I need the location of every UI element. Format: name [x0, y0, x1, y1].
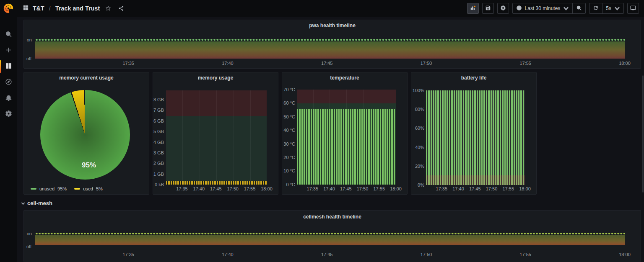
x-tick: 17:35: [436, 186, 448, 191]
legend-label: unused: [39, 186, 55, 191]
add-panel-button[interactable]: [467, 3, 479, 14]
sidebar-item-alerting[interactable]: [0, 90, 17, 106]
x-tick: 17:55: [519, 252, 531, 257]
clock-icon: [516, 5, 522, 12]
y-tick: 0 kB: [155, 182, 164, 187]
chevron-down-icon: [21, 201, 25, 205]
dashboard-settings-button[interactable]: [497, 3, 509, 14]
panel-title[interactable]: memory usage: [153, 75, 278, 81]
panel-memory-current-usage: memory current usage 95% unused 95% used…: [23, 72, 149, 195]
x-tick: 17:40: [222, 61, 234, 66]
y-tick: 50 °C: [283, 114, 295, 119]
sidebar-item-search[interactable]: [0, 27, 17, 43]
refresh-button[interactable]: [589, 3, 602, 13]
x-tick: 17:40: [193, 186, 205, 191]
gear-icon: [500, 5, 506, 12]
breadcrumb: T&T / Track and Trust: [17, 4, 126, 13]
panel-battery-life: battery life 100%80%60%40%20%0% 17:3517:…: [411, 72, 537, 195]
x-tick: 18:00: [390, 186, 402, 191]
row-header-cell-mesh[interactable]: cell-mesh: [21, 200, 52, 206]
panel-pwa-health-timeline: pwa health timeline on off 17:3517:4017:…: [23, 20, 641, 69]
y-tick: 30 °C: [283, 141, 295, 146]
y-tick: 10 °C: [283, 168, 295, 173]
apps-grid-icon: [23, 5, 29, 13]
legend-item-used[interactable]: used 5%: [74, 186, 103, 191]
x-tick: 17:45: [340, 186, 352, 191]
y-tick: 1 GB: [153, 172, 164, 177]
panel-title[interactable]: temperature: [282, 75, 407, 81]
refresh-interval-label: 5s: [606, 5, 611, 11]
cycle-view-mode-button[interactable]: [627, 3, 639, 14]
x-axis: 17:3517:4017:4517:5017:5518:00: [35, 61, 625, 67]
state-points-on: [35, 232, 625, 235]
x-tick: 17:50: [421, 252, 432, 257]
temperature-plot[interactable]: [297, 90, 396, 185]
memory-usage-plot[interactable]: [166, 90, 267, 185]
y-label-off: off: [26, 244, 31, 249]
x-tick: 17:55: [244, 186, 256, 191]
x-tick: 18:00: [619, 61, 631, 66]
x-tick: 17:50: [421, 61, 432, 66]
breadcrumb-team[interactable]: T&T: [33, 5, 44, 12]
grafana-logo[interactable]: [0, 0, 17, 17]
row-header-label: cell-mesh: [27, 200, 52, 206]
y-label-on: on: [27, 231, 32, 236]
y-label-off: off: [26, 56, 31, 61]
time-picker-group: Last 30 minutes: [512, 3, 586, 14]
navbar: T&T / Track and Trust Last 30 minutes: [17, 0, 644, 17]
gridlines: [297, 90, 396, 185]
legend-value: 5%: [96, 186, 103, 191]
x-axis: 17:3517:4017:4517:5017:5518:00: [426, 186, 525, 192]
panel-title[interactable]: battery life: [411, 75, 536, 81]
x-tick: 17:45: [469, 186, 481, 191]
y-tick: 7 GB: [153, 108, 164, 113]
x-tick: 17:50: [227, 186, 239, 191]
legend-item-unused[interactable]: unused 95%: [31, 186, 67, 191]
share-icon[interactable]: [117, 4, 126, 13]
y-label-on: on: [27, 37, 32, 42]
zoom-out-icon: [576, 5, 582, 12]
monitor-icon: [630, 5, 636, 12]
x-tick: 18:00: [619, 252, 631, 257]
sidebar-item-explore[interactable]: [0, 74, 17, 90]
plus-icon: [5, 46, 12, 55]
save-icon: [485, 5, 491, 12]
configuration-gear-icon: [5, 110, 12, 119]
y-tick: 80%: [415, 107, 424, 112]
panel-title[interactable]: memory current usage: [24, 75, 149, 81]
alerting-bell-icon: [5, 94, 12, 103]
x-tick: 17:45: [321, 61, 333, 66]
sidebar-item-create[interactable]: [0, 43, 17, 59]
panel-cellmesh-health-timeline: cellmesh health timeline on off 17:3517:…: [23, 210, 641, 262]
x-tick: 17:55: [373, 186, 385, 191]
scrollbar[interactable]: [642, 75, 644, 193]
save-dashboard-button[interactable]: [482, 3, 494, 14]
chevron-down-icon: [563, 5, 569, 11]
panel-temperature: temperature 70 °C60 °C50 °C40 °C30 °C20 …: [282, 72, 408, 195]
legend-swatch-yellow: [74, 188, 80, 190]
battery-plot[interactable]: [426, 90, 525, 185]
breadcrumb-dashboard-title[interactable]: Track and Trust: [55, 5, 100, 12]
zoom-out-button[interactable]: [572, 3, 585, 13]
sidebar-item-dashboards[interactable]: [0, 59, 17, 74]
y-tick: 0 °C: [286, 182, 295, 187]
refresh-interval-picker[interactable]: 5s: [602, 3, 623, 13]
x-tick: 17:35: [176, 186, 188, 191]
gridlines: [166, 90, 267, 185]
dashboards-grid-icon: [5, 62, 12, 71]
sidebar-item-configuration[interactable]: [0, 106, 17, 122]
y-tick: 3 GB: [153, 150, 164, 155]
search-icon: [5, 31, 12, 39]
refresh-group: 5s: [589, 3, 624, 14]
time-range-picker[interactable]: Last 30 minutes: [513, 3, 573, 13]
pie-value-label: 95%: [71, 161, 107, 170]
x-tick: 17:45: [210, 186, 222, 191]
timeline-plot[interactable]: 17:3517:4017:4517:5017:5518:00: [35, 211, 625, 262]
explore-compass-icon: [5, 78, 12, 87]
x-tick: 17:50: [357, 186, 369, 191]
star-icon[interactable]: [104, 4, 113, 13]
x-tick: 17:40: [323, 186, 335, 191]
timeline-plot[interactable]: 17:3517:4017:4517:5017:5518:00: [35, 20, 625, 68]
y-tick: 100%: [413, 88, 424, 93]
y-axis: 8 GB7 GB6 GB5 GB4 GB3 GB2 GB1 GB0 kB: [153, 90, 164, 185]
